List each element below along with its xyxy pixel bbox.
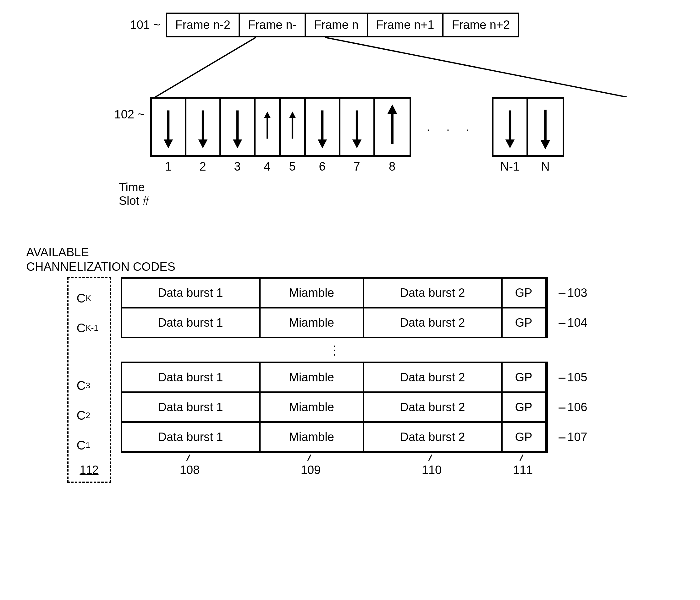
- timeslots-main: 1 2 3 4 5: [150, 97, 411, 157]
- cell-data1: Data burst 1: [122, 423, 260, 451]
- tick-icon: [518, 454, 528, 462]
- burst-row: Data burst 1 Miamble Data burst 2 GP 106: [122, 393, 547, 423]
- slot-number: N: [528, 160, 562, 174]
- tick-icon: [185, 454, 195, 462]
- cell-midamble: Miamble: [260, 363, 364, 391]
- slot-5: 5: [281, 99, 306, 155]
- svg-line-0: [155, 37, 256, 97]
- slot-number: 3: [221, 160, 254, 174]
- ref-101: 101 ~: [130, 18, 160, 32]
- tick-icon: [427, 454, 436, 462]
- slot-number: 2: [186, 160, 219, 174]
- ref-105: 105: [558, 371, 587, 384]
- cell-data1: Data burst 1: [122, 279, 260, 307]
- code-item: C2: [77, 400, 102, 431]
- frame-cell: Frame n+2: [444, 14, 518, 36]
- cell-gp: GP: [503, 423, 547, 451]
- svg-line-25: [520, 454, 523, 461]
- slot-6: 6: [306, 99, 341, 155]
- arrow-down-icon: [186, 99, 219, 155]
- ref-108: 108: [180, 463, 200, 477]
- cell-gp: GP: [503, 393, 547, 421]
- ref-110: 110: [422, 463, 442, 477]
- svg-marker-11: [289, 111, 296, 118]
- codes-column: CK CK-1 C3 C2 C1 112: [67, 277, 111, 483]
- slot-8: 8: [375, 99, 409, 155]
- codes-title: AVAILABLE CHANNELIZATION CODES: [26, 245, 680, 274]
- svg-line-22: [187, 454, 190, 461]
- arrow-down-icon: [221, 99, 254, 155]
- ref-111: 111: [513, 463, 533, 477]
- slot-4: 4: [255, 99, 281, 155]
- cell-data2: Data burst 2: [364, 279, 503, 307]
- timeslots-tail: N-1 N: [492, 97, 564, 157]
- ref-109: 109: [301, 463, 321, 477]
- column-refs: 108 109 110 111: [121, 454, 548, 477]
- svg-marker-9: [264, 111, 271, 118]
- slot-number: 4: [255, 160, 279, 174]
- slot-number: 8: [375, 160, 409, 174]
- svg-marker-3: [164, 139, 173, 148]
- burst-group-top: Data burst 1 Miamble Data burst 2 GP 103…: [121, 277, 548, 338]
- cell-gp: GP: [503, 363, 547, 391]
- svg-marker-7: [232, 139, 242, 148]
- ref-112: 112: [77, 463, 102, 476]
- cell-data2: Data burst 2: [364, 423, 503, 451]
- arrow-up-icon: [255, 99, 279, 155]
- cell-midamble: Miamble: [260, 423, 364, 451]
- slot-number: 6: [306, 160, 339, 174]
- svg-marker-19: [505, 139, 515, 148]
- burst-row: Data burst 1 Miamble Data burst 2 GP 103: [122, 279, 547, 309]
- burst-row: Data burst 1 Miamble Data burst 2 GP 105: [122, 363, 547, 393]
- slot-n: N: [528, 99, 562, 155]
- svg-line-23: [308, 454, 311, 461]
- cell-gp: GP: [503, 309, 547, 337]
- cell-gp: GP: [503, 279, 547, 307]
- cell-midamble: Miamble: [260, 309, 364, 337]
- fanout-lines: [136, 37, 680, 97]
- frame-cell: Frame n: [306, 14, 368, 36]
- frames-row: Frame n-2 Frame n- Frame n Frame n+1 Fra…: [166, 12, 520, 37]
- ref-104: 104: [558, 316, 587, 330]
- arrow-down-icon: [152, 99, 185, 155]
- arrow-up-icon: [281, 99, 304, 155]
- cell-midamble: Miamble: [260, 279, 364, 307]
- arrow-down-icon: [341, 99, 373, 155]
- svg-marker-17: [387, 105, 397, 114]
- code-item: CK-1: [77, 313, 102, 343]
- svg-line-1: [325, 37, 627, 97]
- vertical-dots: ⋮: [121, 343, 548, 357]
- code-item: CK: [77, 283, 102, 313]
- svg-marker-15: [352, 139, 361, 148]
- frame-cell: Frame n-2: [167, 14, 240, 36]
- code-item: C3: [77, 371, 102, 400]
- slot-number: N-1: [494, 160, 526, 174]
- burst-row: Data burst 1 Miamble Data burst 2 GP 104: [122, 309, 547, 337]
- slot-n-1: N-1: [494, 99, 528, 155]
- tick-icon: [306, 454, 316, 462]
- cell-data1: Data burst 1: [122, 309, 260, 337]
- cell-data1: Data burst 1: [122, 393, 260, 421]
- svg-line-24: [429, 454, 432, 461]
- ref-103: 103: [558, 286, 587, 300]
- code-item: C1: [77, 431, 102, 460]
- cell-data2: Data burst 2: [364, 393, 503, 421]
- slot-number: 7: [341, 160, 373, 174]
- ellipsis: . . .: [427, 121, 476, 133]
- burst-row: Data burst 1 Miamble Data burst 2 GP 107: [122, 423, 547, 451]
- frame-cell: Frame n-: [240, 14, 306, 36]
- arrow-down-icon: [528, 99, 562, 155]
- svg-marker-5: [198, 139, 207, 148]
- slot-number: 5: [281, 160, 304, 174]
- slot-2: 2: [186, 99, 221, 155]
- cell-data2: Data burst 2: [364, 309, 503, 337]
- svg-marker-21: [540, 140, 550, 150]
- ref-107: 107: [558, 431, 587, 444]
- cell-midamble: Miamble: [260, 393, 364, 421]
- ref-102: 102 ~: [115, 108, 145, 121]
- cell-data1: Data burst 1: [122, 363, 260, 391]
- ref-106: 106: [558, 400, 587, 414]
- cell-data2: Data burst 2: [364, 363, 503, 391]
- frame-cell: Frame n+1: [368, 14, 444, 36]
- timeslot-label: Time Slot #: [119, 181, 149, 208]
